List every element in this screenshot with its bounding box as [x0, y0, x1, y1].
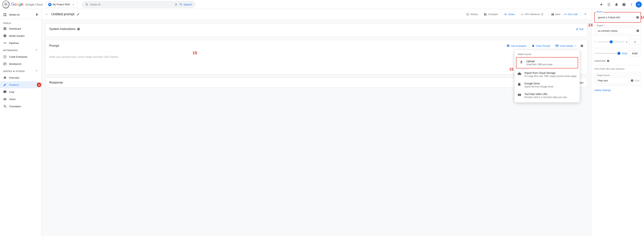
back-button[interactable]: ←	[45, 12, 49, 16]
workbench-icon	[3, 62, 7, 66]
project-avatar: M	[48, 3, 52, 6]
output-format-label: Output format	[596, 74, 610, 76]
output-edit-button[interactable]: Edit	[635, 79, 639, 82]
responses-help-icon[interactable]	[607, 60, 610, 62]
dropdown-item-cloud-storage[interactable]: Import from Cloud Storage For large file…	[514, 69, 580, 80]
region-select[interactable]: us-central1 (Iowa)	[596, 27, 635, 34]
prompt-section-header: Prompt Add examples Clear Prompt Inse	[46, 40, 587, 52]
app-layout: Vertex AI TOOLS Dashboard Model Garden P…	[0, 9, 644, 236]
search-button[interactable]: Search	[179, 3, 192, 6]
output-format-select[interactable]: Plain text	[596, 77, 629, 84]
dropdown-item-drive[interactable]: Google Drive Import file from Google Dri…	[514, 80, 580, 90]
studio-collapse-btn[interactable]	[35, 69, 38, 73]
upload-text: Upload Small files 7MB and under	[526, 60, 553, 66]
project-selector[interactable]: M My Project 9591	[46, 1, 78, 7]
safety-settings-button[interactable]: Safety Settings	[594, 89, 611, 92]
sidebar-item-overview[interactable]: Overview	[0, 74, 40, 81]
sidebar-item-workbench[interactable]: Workbench	[0, 60, 40, 67]
prompt-section: Prompt Add examples Clear Prompt Inse	[45, 40, 588, 74]
insert-media-button[interactable]: Insert Media	[554, 43, 579, 48]
model-select[interactable]: gemini-1.5-flash-001	[596, 14, 634, 21]
sidebar-item-freeform[interactable]: Freeform 13	[0, 81, 40, 88]
search-label: Search	[184, 3, 192, 6]
help-button[interactable]	[620, 1, 628, 8]
temperature-slider-row: − 2	[594, 39, 641, 45]
cloud-text: Google Cloud	[25, 3, 43, 6]
avatar[interactable]: A	[636, 1, 642, 7]
notifications-button[interactable]	[613, 1, 620, 8]
dropdown-item-youtube[interactable]: YouTube video URL Provide a link to a Yo…	[514, 90, 580, 101]
model-field: Model gemini-1.5-flash-001 14	[594, 12, 641, 23]
region-select-row: us-central1 (Iowa)	[596, 27, 639, 34]
save-button[interactable]: Save	[551, 13, 560, 16]
sidebar-item-translation[interactable]: Translation	[0, 103, 40, 110]
studio-section-header: VERTEX AI STUDIO	[0, 67, 41, 74]
expand-button[interactable]	[584, 12, 588, 16]
prompt-help-icon[interactable]	[580, 44, 584, 47]
cloud-storage-text: Import from Cloud Storage For large file…	[524, 71, 576, 77]
pipelines-icon	[3, 41, 7, 45]
output-format-help-icon[interactable]	[630, 79, 634, 82]
cloud-storage-title: Import from Cloud Storage	[524, 71, 576, 74]
prompt-edit-icon[interactable]	[77, 13, 80, 16]
drive-text: Google Drive Import file from Google Dri…	[524, 82, 553, 88]
search-bar[interactable]: Search	[82, 1, 195, 8]
temperature-input[interactable]	[629, 39, 641, 45]
api-reference-button[interactable]: API reference	[519, 12, 545, 17]
temperature-slider[interactable]	[598, 41, 624, 42]
freeform-label: Freeform	[9, 83, 19, 86]
output-format-field: Output format Plain text Edit	[594, 75, 641, 86]
upload-icon	[520, 60, 524, 65]
sidebar: Vertex AI TOOLS Dashboard Model Garden P…	[0, 9, 42, 236]
system-instructions-help-icon[interactable]	[77, 27, 80, 30]
temp-minus[interactable]: −	[594, 40, 596, 43]
max-tokens-slider-row: 8192	[594, 50, 641, 56]
more-button[interactable]	[628, 1, 635, 8]
sidebar-item-colab[interactable]: Colab Enterprise	[0, 53, 40, 60]
prompt-text-area[interactable]: Write your prompt here, insert media and…	[46, 52, 587, 74]
add-examples-label: Add examples	[511, 44, 526, 47]
dropdown-item-upload[interactable]: Upload Small files 7MB and under	[516, 57, 578, 68]
sidebar-item-dashboard[interactable]: Dashboard	[0, 25, 40, 32]
hamburger-button[interactable]	[2, 0, 10, 8]
terminal-button[interactable]	[606, 1, 612, 8]
chat-label: Chat	[9, 91, 14, 93]
step-number-15-absolute: 15	[192, 50, 197, 55]
prompt-title: Untitled prompt	[51, 12, 74, 16]
spark-button[interactable]	[598, 1, 605, 8]
google-cloud-logo: Google Cloud	[11, 2, 43, 6]
prompt-header: ← Untitled prompt History Compare Notes	[42, 9, 591, 19]
sidebar-item-chat[interactable]: Chat	[0, 88, 40, 96]
step-badge-13: 13	[37, 83, 41, 87]
add-examples-button[interactable]: Add examples	[505, 43, 528, 48]
system-instructions-card: System instructions Edit	[45, 23, 588, 37]
system-instructions-edit-button[interactable]: Edit	[576, 28, 584, 30]
max-tokens-input[interactable]	[629, 50, 641, 56]
get-code-button[interactable]: </> Get code	[564, 13, 578, 16]
notebooks-section-header: NOTEBOOKS	[0, 46, 41, 53]
search-input[interactable]	[90, 3, 173, 6]
prompt-actions: Add examples Clear Prompt Insert Media	[505, 43, 584, 48]
region-help-icon[interactable]	[636, 29, 639, 32]
vision-label: Vision	[9, 98, 16, 101]
history-button[interactable]: History	[464, 12, 479, 17]
edit-icon	[576, 28, 578, 30]
sidebar-item-pipelines[interactable]: Pipelines	[0, 39, 40, 46]
api-label: API reference	[525, 13, 540, 16]
model-help-icon[interactable]	[636, 16, 639, 19]
vertex-ai-sidebar-icon	[3, 13, 7, 16]
clear-prompt-button[interactable]: Clear Prompt	[530, 43, 552, 48]
history-label: History	[470, 13, 478, 16]
sidebar-item-vision[interactable]: Vision	[0, 96, 40, 103]
search-clear-icon[interactable]	[174, 3, 178, 6]
notes-button[interactable]: Notes	[503, 12, 516, 17]
notebooks-collapse-btn[interactable]	[35, 48, 38, 52]
compare-button[interactable]: Compare	[482, 12, 500, 17]
max-tokens-slider[interactable]	[594, 53, 620, 54]
sidebar-item-model-garden[interactable]: Model Garden	[0, 32, 40, 39]
dashboard-label: Dashboard	[9, 27, 21, 30]
prompt-section-title: Prompt	[49, 44, 59, 47]
youtube-icon	[518, 93, 522, 98]
pin-icon[interactable]	[35, 13, 38, 16]
main-content: ← Untitled prompt History Compare Notes	[42, 9, 591, 236]
